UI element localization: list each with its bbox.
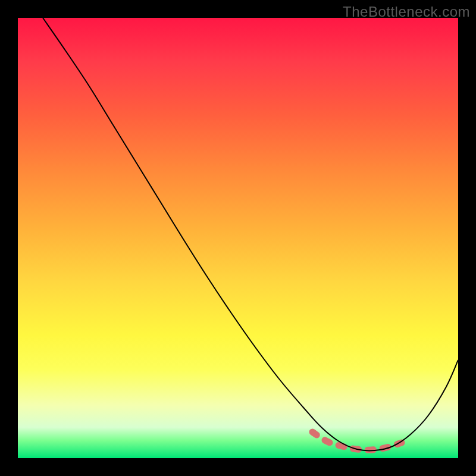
bottleneck-curve xyxy=(43,18,458,450)
highlight-segment xyxy=(312,432,402,450)
gradient-plot-area xyxy=(18,18,458,458)
curve-layer xyxy=(18,18,458,458)
watermark-text: TheBottleneck.com xyxy=(343,4,470,20)
